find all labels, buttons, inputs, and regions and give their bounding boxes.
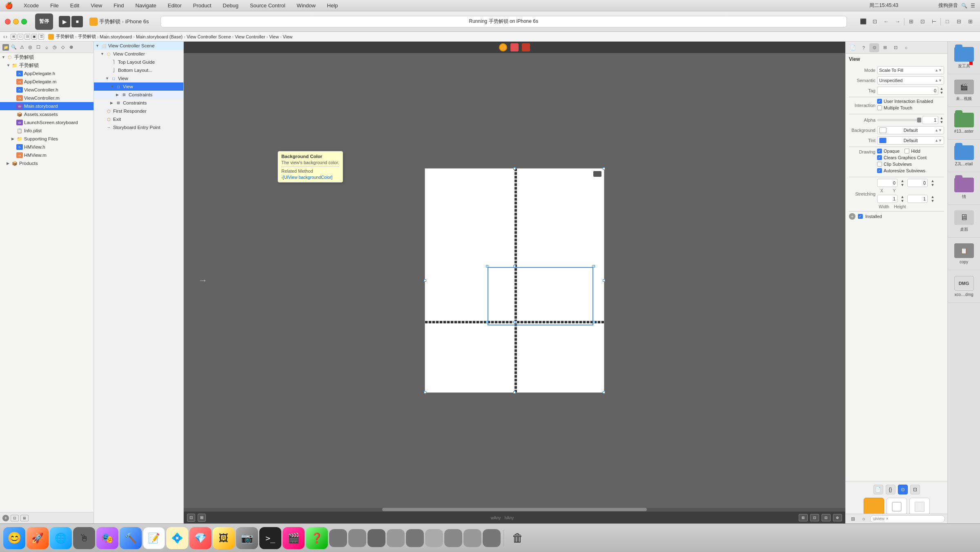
- handle-top-center[interactable]: [513, 167, 516, 170]
- scrollbar-thumb[interactable]: [382, 508, 647, 511]
- tree-item-main-storyboard[interactable]: sb Main.storyboard: [0, 102, 94, 110]
- tag-value[interactable]: 0: [877, 87, 938, 95]
- canvas-indicator-orange[interactable]: [499, 43, 507, 51]
- add-file-button[interactable]: +: [2, 515, 9, 521]
- menu-find[interactable]: Find: [111, 2, 126, 9]
- menu-edit[interactable]: Edit: [68, 2, 82, 9]
- tree-item-vc-h[interactable]: h ViewController.h: [0, 86, 94, 94]
- bc-item-storyboard-base[interactable]: Main.storyboard (Base): [136, 34, 183, 39]
- bc-icon1[interactable]: ⊞: [11, 34, 16, 40]
- user-interaction-checkbox[interactable]: [877, 99, 882, 104]
- canvas-content[interactable]: →: [184, 53, 845, 508]
- scene-constraints-inner[interactable]: ▶ ⊞ Constraints: [94, 91, 183, 99]
- bc-icon2[interactable]: □: [18, 34, 23, 40]
- dock-textedit[interactable]: 📝: [143, 527, 165, 549]
- canvas-grid-icon[interactable]: ⊞: [198, 514, 206, 522]
- ios-screen[interactable]: [425, 168, 604, 393]
- bc-item-vc[interactable]: View Controller: [235, 34, 265, 39]
- dock-small1[interactable]: [329, 529, 347, 547]
- menu-debug[interactable]: Debug: [220, 2, 241, 9]
- desktop-item-8[interactable]: DMG xco....dmg: [948, 270, 980, 303]
- dock-photos[interactable]: 🖼: [213, 527, 235, 549]
- nav-test-icon[interactable]: ◎: [27, 44, 33, 51]
- input-method-icon[interactable]: 搜狗拼音: [938, 2, 958, 9]
- bc-icon5[interactable]: ☰: [38, 34, 44, 40]
- tag-arrows[interactable]: ▲ ▼: [939, 87, 944, 95]
- dock-app4[interactable]: ❓: [306, 527, 328, 549]
- dock-finder[interactable]: 😊: [3, 527, 25, 549]
- desktop-item-6[interactable]: 🖥 桌面: [948, 205, 980, 238]
- back-icon[interactable]: ←: [881, 17, 891, 27]
- inspector-search-input[interactable]: uiview ×: [870, 515, 945, 523]
- bc-icon4[interactable]: ▣: [31, 34, 37, 40]
- scene-first-responder[interactable]: ⬡ First Responder: [94, 107, 183, 115]
- nav-filter-icon[interactable]: ⊡: [11, 515, 19, 521]
- scheme-icon[interactable]: ⊡: [870, 17, 880, 27]
- tree-item-appdelegate-m[interactable]: m AppDelegate.m: [0, 78, 94, 86]
- installed-checkbox[interactable]: [858, 214, 863, 219]
- stretch-y[interactable]: 0: [907, 179, 928, 187]
- menu-window[interactable]: Window: [294, 2, 318, 9]
- alpha-slider-thumb[interactable]: [917, 118, 921, 122]
- forward-icon[interactable]: →: [893, 17, 902, 27]
- canvas-layout-icon[interactable]: ⊞: [799, 514, 808, 521]
- desktop-item-4[interactable]: ZJL...etail: [948, 140, 980, 172]
- stretch-w[interactable]: 1: [877, 195, 898, 203]
- inspector-file-icon[interactable]: 📄: [873, 485, 883, 494]
- dock-terminal[interactable]: >_: [259, 527, 281, 549]
- scene-top-layout[interactable]: ⎤ Top Layout Guide: [94, 58, 183, 66]
- inspector-layout-icon2[interactable]: ○: [859, 514, 869, 523]
- background-color-swatch[interactable]: [879, 127, 886, 133]
- inspector-size-icon[interactable]: ⊡: [910, 485, 920, 494]
- menu-xcode[interactable]: Xcode: [21, 2, 41, 9]
- dock-launchpad[interactable]: 🚀: [27, 527, 49, 549]
- menu-help[interactable]: Help: [325, 2, 341, 9]
- scene-vc-scene[interactable]: ▼ ⬜ View Controller Scene: [94, 42, 183, 50]
- dock-trash[interactable]: 🗑: [507, 527, 529, 549]
- menu-product[interactable]: Product: [191, 2, 214, 9]
- stretch-w-arrows[interactable]: ▲ ▼: [900, 195, 905, 203]
- clears-graphics-checkbox[interactable]: [877, 155, 882, 160]
- menu-extra-icon[interactable]: ☰: [971, 3, 975, 9]
- bc-item-main-storyboard[interactable]: Main.storyboard: [100, 34, 132, 39]
- tree-item-appdelegate-h[interactable]: h AppDelegate.h: [0, 69, 94, 78]
- handle-top-right[interactable]: [603, 167, 605, 170]
- tree-item-supporting[interactable]: ▶ 📁 Supporting Files: [0, 135, 94, 143]
- tree-item-products[interactable]: ▶ 📦 Products: [0, 159, 94, 167]
- canvas-indicator-red[interactable]: [510, 43, 519, 51]
- dock-small8[interactable]: [463, 529, 481, 547]
- search-icon[interactable]: 🔍: [961, 3, 967, 9]
- dock-small4[interactable]: [387, 529, 405, 547]
- dock-small2[interactable]: [348, 529, 366, 547]
- inspector-tab-quick-help[interactable]: ?: [859, 43, 869, 52]
- tree-item-launchscreen[interactable]: sb LaunchScreen.storyboard: [0, 118, 94, 127]
- sidebar-toggle-left[interactable]: ⬛: [858, 17, 868, 27]
- opaque-checkbox[interactable]: [877, 149, 882, 154]
- nav-history-btn[interactable]: ⊞: [20, 515, 29, 521]
- inspector-code-icon[interactable]: {}: [886, 485, 895, 494]
- scene-vc[interactable]: ▼ ⬡ View Controller: [94, 50, 183, 58]
- multiple-touch-checkbox[interactable]: [877, 105, 882, 110]
- canvas-back-icon[interactable]: ⊡: [187, 514, 195, 522]
- stretch-h[interactable]: 1: [907, 195, 928, 203]
- bc-item-group[interactable]: 手势解锁: [78, 33, 96, 40]
- handle-bottom-right[interactable]: [603, 391, 605, 394]
- apple-icon[interactable]: 🍎: [5, 2, 13, 9]
- scene-entry-point[interactable]: → Storyboard Entry Point: [94, 123, 183, 131]
- tree-item-plist[interactable]: 📋 Info.plist: [0, 127, 94, 135]
- dock-app3[interactable]: 🎬: [283, 527, 305, 549]
- canvas-constraints-icon[interactable]: ⊡: [810, 514, 819, 521]
- desktop-item-1[interactable]: 发工具: [948, 42, 980, 74]
- canvas-device-icon[interactable]: ⊟: [822, 514, 831, 521]
- menu-source-control[interactable]: Source Control: [247, 2, 288, 9]
- mode-select[interactable]: Scale To Fill ▲▼: [877, 66, 944, 74]
- desktop-item-2[interactable]: 🎬 未...视频: [948, 74, 980, 107]
- handle-mid-left[interactable]: [424, 279, 426, 282]
- hidden-checkbox[interactable]: [904, 149, 909, 154]
- nav-debug-icon[interactable]: ☐: [35, 44, 42, 51]
- alpha-slider[interactable]: [877, 119, 921, 121]
- canvas-horizontal-scrollbar[interactable]: [184, 508, 845, 511]
- canvas-zoom-icon[interactable]: ⊕: [833, 514, 842, 521]
- bc-item-view-parent[interactable]: View: [269, 34, 279, 39]
- canvas-indicator-darkred[interactable]: [522, 43, 530, 51]
